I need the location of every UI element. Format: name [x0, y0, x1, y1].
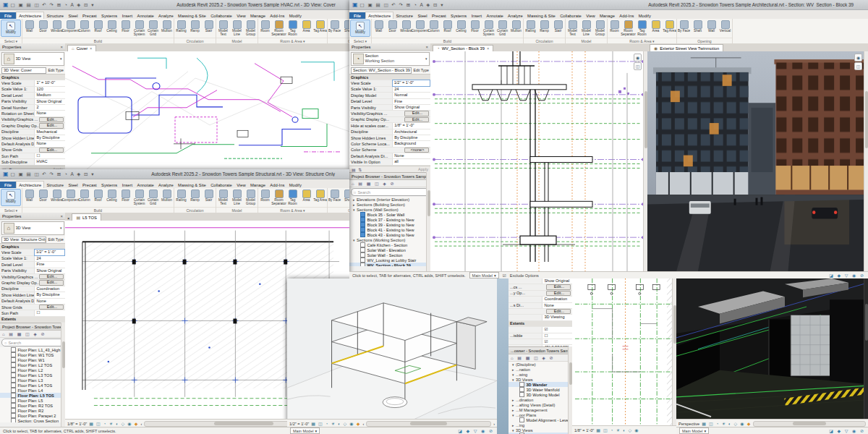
ribbon-tab[interactable]: Analyze	[156, 12, 176, 19]
property-value[interactable]: all	[392, 159, 430, 164]
tree-item[interactable]: Floor Plan: L5	[0, 398, 65, 403]
ribbon-button[interactable]: Wall	[372, 19, 386, 38]
view-selector[interactable]: 3D View: Cover	[1, 67, 46, 74]
ribbon-tab[interactable]: Annotate	[135, 12, 156, 19]
view-checkbox[interactable]	[11, 418, 16, 422]
tree-item[interactable]: ▾ ...wing	[509, 372, 572, 377]
property-value[interactable]: Edit...	[39, 305, 64, 310]
ribbon-button[interactable]: Column	[77, 188, 91, 207]
ribbon-tab[interactable]: Collaborate	[558, 12, 584, 19]
property-value[interactable]: Fine	[34, 262, 65, 267]
tree-item[interactable]: Floor Plan: L2 TOS	[0, 362, 65, 367]
property-value[interactable]: Edit...	[39, 123, 64, 129]
reveal-icon[interactable]: ◆	[747, 421, 752, 426]
ribbon-tab[interactable]: Analyze	[156, 182, 176, 188]
title-bar[interactable]: ▣ ▢ ▣ ▤ ◫ ↶ ↷ ⊞ ◔ A ◈ ⊡ ▾ Autodesk Revit…	[0, 0, 350, 10]
ribbon-tab[interactable]: Precast	[430, 12, 448, 19]
property-value[interactable]: Mechanical	[34, 129, 65, 135]
type-selector[interactable]: ⌂ 3D View ▾	[1, 221, 64, 235]
tree-item[interactable]: WV_Section - Block 39	[349, 263, 430, 266]
view-selector[interactable]: Section: WV_Section - Block 39	[351, 67, 412, 74]
property-value[interactable]: Show Original	[392, 105, 430, 110]
view-checkbox[interactable]	[11, 398, 16, 403]
view-checkbox[interactable]	[11, 393, 16, 398]
ribbon-button[interactable]: Curtain System	[132, 19, 146, 38]
tree-item[interactable]: WV_Looking at Lobby Stair	[349, 258, 430, 263]
property-value[interactable]: 1/8" = 1'-0"	[392, 123, 430, 128]
view-scale[interactable]: 1/8" = 1'-0"	[574, 428, 594, 433]
tree-item[interactable]: Floor Plan: Parapet 2	[0, 413, 65, 418]
ribbon-button[interactable]: Column	[77, 19, 91, 38]
edit-type-button[interactable]: Edit Type	[48, 237, 64, 242]
ribbon-tab[interactable]: Systems	[99, 182, 120, 188]
browser-scrollbar[interactable]	[426, 172, 430, 272]
tree-item[interactable]: ▸ ...M Management	[509, 407, 572, 412]
property-value[interactable]: Edit...	[546, 284, 571, 290]
property-value[interactable]: Medium	[34, 93, 65, 98]
ribbon-button[interactable]: Window	[50, 188, 64, 207]
property-value[interactable]: ☐	[34, 153, 65, 158]
browser-scrollbar[interactable]	[61, 323, 65, 427]
selection-filter-icons[interactable]: ◪ ◆ ▽ ◉ ⊘	[829, 428, 865, 433]
view-control-icons[interactable]: ▦ ◫ ◔ ☀ ◐ ◇ ◉	[596, 427, 639, 433]
close-icon[interactable]: ×	[61, 45, 63, 49]
view-checkbox[interactable]	[11, 357, 16, 362]
modify-button[interactable]: ↖Modify	[1, 189, 21, 206]
tree-item[interactable]: Floor Plan: R2	[0, 408, 65, 413]
view-scale[interactable]: 1/8" = 1'-0"	[67, 422, 87, 426]
property-value[interactable]: Show Original	[34, 268, 65, 273]
ribbon-button[interactable]: Tag Room	[635, 19, 649, 38]
scroll-right-icon[interactable]: ›	[493, 422, 495, 426]
tree-item[interactable]: Floor Plan: L4	[0, 388, 65, 393]
view-checkbox[interactable]	[11, 352, 16, 357]
quick-access-toolbar[interactable]: ▢ ▣ ▤ ◫ ↶ ↷ ⊞ ◔ A ◈ ⊡ ▾	[11, 2, 95, 8]
property-value[interactable]: None	[542, 303, 572, 308]
tree-item[interactable]: Café Kitchen - Section	[349, 242, 430, 247]
view-checkbox[interactable]	[11, 383, 16, 388]
property-value[interactable]: None	[34, 299, 65, 304]
ribbon-button[interactable]: Floor	[119, 19, 132, 38]
property-value[interactable]: Architectural	[392, 129, 430, 135]
scroll-left-icon[interactable]: ‹	[363, 422, 365, 426]
tree-item[interactable]: Block 43 - Existing to New	[349, 232, 430, 237]
edit-type-button[interactable]: Edit Type	[48, 68, 64, 72]
ribbon-tab[interactable]: Steel	[66, 182, 80, 188]
property-value[interactable]: None	[392, 153, 430, 158]
ribbon-tab[interactable]: Systems	[448, 12, 469, 19]
property-value[interactable]: 24	[34, 256, 65, 261]
browser-toolbar-icons[interactable]: ⌂ ▤ ▦ ◫ ◈ ⊘	[349, 180, 430, 187]
view-checkbox[interactable]	[11, 388, 16, 393]
ribbon-tab[interactable]: View	[234, 12, 248, 19]
property-value[interactable]: HVAC	[34, 159, 65, 164]
ribbon-button[interactable]: Ceiling	[454, 19, 468, 38]
ribbon-button[interactable]: Wall	[705, 19, 718, 38]
hvac-canvas[interactable]	[65, 51, 350, 169]
ribbon-tab[interactable]: Annotate	[135, 182, 156, 188]
ribbon-button[interactable]: Ceiling	[105, 19, 119, 38]
ribbon-button[interactable]: Component	[413, 19, 427, 38]
view-checkbox[interactable]	[11, 378, 16, 383]
property-value[interactable]: 2	[34, 105, 65, 110]
ribbon-tab[interactable]: Architecture	[16, 181, 44, 188]
property-value[interactable]: 3D Viewing	[542, 315, 572, 320]
title-bar[interactable]: ▣ ▢ ▣ ▤ ◫ ↶ ↷ ⊞ ◔ A ◈ ⊡ ▾ Autodesk Revit…	[349, 0, 868, 10]
tree-item[interactable]: ▾ ...oor Plans	[509, 412, 572, 417]
tree-item[interactable]: Floor Plan: R2 TOS	[0, 403, 65, 408]
ribbon-tab[interactable]: Precast	[80, 12, 99, 19]
ribbon-tab[interactable]: File	[0, 182, 16, 188]
ribbon-button[interactable]: Roof	[441, 19, 454, 38]
property-value[interactable]: None	[34, 111, 65, 116]
ribbon-button[interactable]: Floor	[119, 188, 132, 207]
property-value[interactable]: Show Original	[542, 278, 572, 284]
ribbon-tab[interactable]: Manage	[597, 12, 617, 19]
property-value[interactable]: 1/2" = 1'-0"	[392, 80, 430, 86]
ribbon-button[interactable]: Mullion	[509, 19, 523, 38]
ribbon-button[interactable]: Shaft	[341, 188, 349, 207]
ribbon-button[interactable]: Railing	[174, 19, 188, 38]
ribbon-button[interactable]: Model Text	[216, 188, 230, 207]
horizontal-scrollbar[interactable]	[753, 421, 866, 427]
ribbon-button[interactable]: Room	[258, 188, 272, 207]
tree-item[interactable]: 3D Wander	[509, 382, 572, 387]
tree-item[interactable]: ▾ Sections (Working Section)	[349, 237, 430, 242]
property-value[interactable]: Normal	[392, 93, 430, 98]
